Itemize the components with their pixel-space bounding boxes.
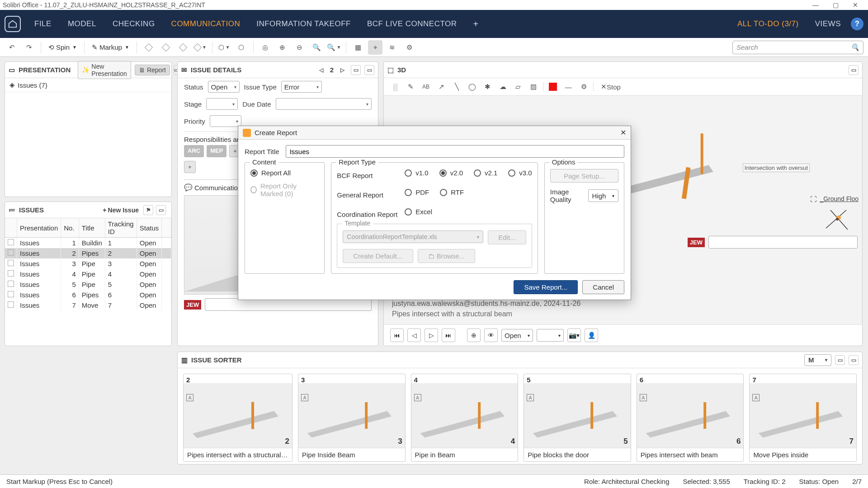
flag-icon[interactable] <box>8 249 14 256</box>
table-row[interactable]: Issues7Move7Open <box>5 300 171 310</box>
table-row[interactable]: Issues1Buildin1Open <box>5 238 171 249</box>
search-input[interactable]: Search 🔍 <box>732 41 863 54</box>
status-select[interactable]: Open▾ <box>208 81 240 93</box>
cube-2-icon[interactable] <box>159 40 173 55</box>
sorter-size-select[interactable]: M▾ <box>804 354 831 366</box>
grid3d-icon[interactable]: ░ <box>389 81 401 93</box>
flag-icon[interactable] <box>8 239 14 245</box>
flag-icon[interactable] <box>8 301 14 308</box>
flag-icon[interactable] <box>8 260 14 266</box>
nav-views[interactable]: VIEWS <box>809 16 847 32</box>
table-row[interactable]: Issues3Pipe3Open <box>5 258 171 269</box>
sorter-pop-icon[interactable]: ▭ <box>835 355 845 365</box>
pen3d-icon[interactable]: ✎ <box>405 81 416 93</box>
stamp2-icon[interactable]: ▨ <box>528 81 539 93</box>
nav-add-tab[interactable]: + <box>467 15 485 33</box>
radio-v30[interactable]: v3.0 <box>508 169 532 177</box>
cancel-button[interactable]: Cancel <box>582 280 624 294</box>
view3d-max-icon[interactable]: ▭ <box>849 65 859 75</box>
help-icon[interactable]: ? <box>851 18 863 30</box>
markup-dropdown[interactable]: ✎Markup▼ <box>89 43 132 52</box>
radio-v10[interactable]: v1.0 <box>405 169 428 177</box>
image-quality-select[interactable]: High▾ <box>588 189 618 202</box>
package2-icon[interactable]: ⬡ <box>234 40 249 55</box>
nav-last-icon[interactable]: ⏭ <box>442 328 455 342</box>
status-footer-select[interactable]: Open▾ <box>501 329 533 342</box>
snap-add-icon[interactable]: ⊕ <box>467 328 481 342</box>
compass-icon[interactable] <box>821 203 853 235</box>
cloud3d-icon[interactable]: ☁ <box>497 81 509 93</box>
issues-flag-icon[interactable]: ⚑ <box>143 205 153 215</box>
radio-report-all[interactable]: Report All <box>250 169 319 177</box>
dialog-close-icon[interactable]: ✕ <box>620 128 626 137</box>
nav-all-todo[interactable]: ALL TO-DO (3/7) <box>731 16 805 32</box>
redo-icon[interactable]: ↷ <box>22 40 36 55</box>
zoom-fit-icon[interactable]: 🔍 <box>310 40 324 55</box>
stage-select[interactable]: ▾ <box>206 98 238 110</box>
undo-icon[interactable]: ↶ <box>5 40 19 55</box>
new-issue-button[interactable]: + New Issue <box>101 206 141 215</box>
spin-dropdown[interactable]: ⟲Spin▼ <box>46 43 80 52</box>
chip-arc[interactable]: ARC <box>184 145 204 157</box>
stop-markup-button[interactable]: ✕ Stop <box>597 81 624 93</box>
cube-4-icon[interactable]: ▼ <box>193 40 208 55</box>
blank-footer-select[interactable]: ▾ <box>537 329 564 342</box>
report-title-input[interactable] <box>286 145 624 158</box>
radio-excel[interactable]: Excel <box>405 208 432 216</box>
comment-input[interactable] <box>205 298 372 311</box>
nav-communication[interactable]: COMMUNICATION <box>165 16 247 32</box>
issues-col-1[interactable]: Presentation <box>17 218 61 238</box>
nav-bcf-live[interactable]: BCF LIVE CONNECTOR <box>361 16 463 32</box>
settings3d-icon[interactable]: ⚙ <box>578 81 590 93</box>
radio-rtf[interactable]: RTF <box>440 188 464 196</box>
issues-col-3[interactable]: Title <box>79 218 105 238</box>
duedate-select[interactable]: ▾ <box>276 98 372 110</box>
details-pop-icon[interactable]: ▭ <box>351 65 361 75</box>
window-maximize[interactable]: ▢ <box>826 0 845 9</box>
nav-file[interactable]: FILE <box>28 16 58 32</box>
nav-information-takeoff[interactable]: INFORMATION TAKEOFF <box>250 16 357 32</box>
table-row[interactable]: Issues6Pipes6Open <box>5 290 171 300</box>
sorter-card[interactable]: 2 A 2 Pipes intersect with a structural … <box>183 374 292 462</box>
window-minimize[interactable]: — <box>806 0 826 9</box>
sorter-card[interactable]: 7 A 7 Move Pipes inside <box>749 374 857 462</box>
table-row[interactable]: Issues5Pipe5Open <box>5 279 171 290</box>
cube-3-icon[interactable] <box>176 40 190 55</box>
nav-next-icon[interactable]: ▷ <box>425 328 438 342</box>
save-report-button[interactable]: Save Report... <box>514 280 578 294</box>
chip-mep[interactable]: MEP <box>207 145 226 157</box>
gear3d-icon[interactable]: ✱ <box>481 81 493 93</box>
zoom-target-icon[interactable]: ◎ <box>258 40 273 55</box>
package-icon[interactable]: ⬡▼ <box>217 40 231 55</box>
nav-first-icon[interactable]: ⏮ <box>390 328 404 342</box>
nav-checking[interactable]: CHECKING <box>106 16 161 32</box>
camera-footer-icon[interactable]: 📷▾ <box>567 328 581 342</box>
issue-prev-icon[interactable]: ◁ <box>316 65 326 75</box>
line3d-icon[interactable]: ╲ <box>451 81 462 93</box>
color-picker[interactable] <box>547 81 559 93</box>
gear-3d-icon[interactable]: ⚙ <box>402 40 417 55</box>
table-row[interactable]: Issues4Pipe4Open <box>5 269 171 279</box>
cube-1-icon[interactable] <box>142 40 156 55</box>
comment-input-3d[interactable] <box>708 236 858 249</box>
radio-v21[interactable]: v2.1 <box>474 169 497 177</box>
floor-label[interactable]: _Ground Floo <box>820 195 859 202</box>
sorter-card[interactable]: 6 A 6 Pipes intersect with beam <box>637 374 744 462</box>
issuetype-select[interactable]: Error▾ <box>281 81 322 93</box>
layers-icon[interactable]: ≋ <box>385 40 400 55</box>
lineweight-icon[interactable]: — <box>562 81 574 93</box>
arrow3d-icon[interactable]: ↗ <box>435 81 447 93</box>
zoom-more-icon[interactable]: 🔍▼ <box>327 40 341 55</box>
issue-next-icon[interactable]: ▷ <box>337 65 347 75</box>
issues-maximize-icon[interactable]: ▭ <box>156 205 166 215</box>
presentation-row[interactable]: ◈ Issues (7) <box>5 78 171 92</box>
location-icon[interactable]: ⌖ <box>368 40 382 55</box>
nav-model[interactable]: MODEL <box>61 16 103 32</box>
ab-icon[interactable]: AB <box>420 81 432 93</box>
sorter-card[interactable]: 3 A 3 Pipe Inside Beam <box>298 374 406 462</box>
issues-col-6[interactable] <box>162 218 171 238</box>
flag-icon[interactable] <box>8 281 14 287</box>
grid-icon[interactable]: ▦ <box>351 40 365 55</box>
report-button[interactable]: 🗎 Report <box>135 65 170 75</box>
radio-pdf[interactable]: PDF <box>405 188 429 196</box>
